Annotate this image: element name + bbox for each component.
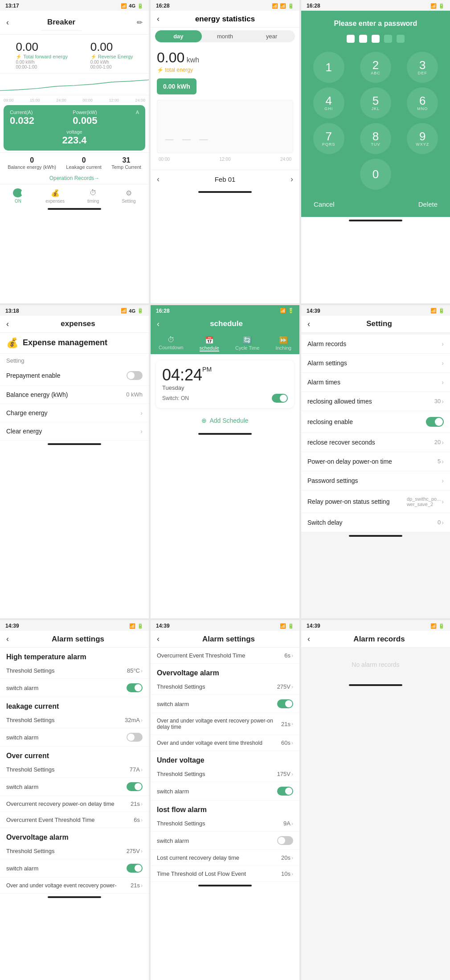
nav-timing[interactable]: ⏱ timing [87, 188, 99, 204]
voltage-recovery-row[interactable]: Over and under voltage event recovery po… [0, 878, 149, 894]
voltage-event-threshold-row[interactable]: Over and under voltage event time thresh… [151, 735, 299, 751]
nav-expenses[interactable]: 💰 expenses [45, 188, 65, 204]
prev-date-btn[interactable]: ‹ [157, 175, 160, 184]
back-arrow-1[interactable]: ‹ [6, 18, 9, 27]
stats-chart-area [157, 100, 293, 153]
key-8[interactable]: 8TUV [360, 123, 391, 154]
password-settings-row[interactable]: Password settings › [301, 471, 450, 490]
home-indicator-2 [198, 191, 252, 193]
reverse-val: 0.00 [90, 40, 133, 54]
overvoltage-toggle-7[interactable] [127, 864, 143, 873]
back-arrow-7[interactable]: ‹ [6, 634, 9, 644]
leakage-toggle[interactable] [127, 733, 143, 742]
schedule-toggle[interactable] [272, 394, 288, 403]
overcurrent-recovery-row[interactable]: Overcurrent recovery power-on delay time… [0, 796, 149, 812]
tab-countdown[interactable]: ⏱ Countdown [159, 336, 184, 351]
inching-icon: ⏩ [279, 336, 288, 344]
back-arrow-4[interactable]: ‹ [6, 319, 9, 329]
key-9[interactable]: 9WXYZ [407, 123, 438, 154]
back-arrow-6[interactable]: ‹ [307, 319, 310, 329]
next-date-btn[interactable]: › [290, 175, 293, 184]
tab-cycle[interactable]: 🔄 Cycle Time [235, 336, 259, 351]
energy-bar: 0.00 kWh [157, 78, 196, 94]
key-5[interactable]: 5JKL [360, 87, 391, 118]
edit-icon-1[interactable]: ✏ [137, 18, 143, 27]
back-arrow-9[interactable]: ‹ [307, 634, 310, 644]
status-icons-2: 📶 📶 🔋 [272, 3, 294, 9]
home-indicator-4 [48, 443, 101, 445]
tab-month[interactable]: month [202, 30, 249, 42]
relay-poweron-row[interactable]: Relay power-on status setting dp_swithc_… [301, 490, 450, 513]
key-6[interactable]: 6MNO [407, 87, 438, 118]
key-4[interactable]: 4GHI [313, 87, 344, 118]
setting-title: Setting [366, 319, 392, 328]
password-dots [307, 35, 444, 43]
status-icons-4: 📶 4G 🔋 [121, 308, 143, 314]
nav-setting[interactable]: ⚙ Setting [122, 188, 135, 204]
overcurrent-event-row[interactable]: Overcurrent Event Threshold Time 6s› [0, 812, 149, 828]
undervoltage-toggle[interactable] [277, 787, 293, 796]
nav-bar-expense: ‹ expenses [0, 316, 149, 333]
total-forward-energy: 0.00 ⚡ Total forward energy 0.00 kWh00:0… [16, 40, 68, 69]
password-actions: Cancel Delete [307, 196, 444, 208]
nav-on[interactable]: ON [13, 188, 23, 204]
bottom-nav: ON 💰 expenses ⏱ timing ⚙ Setting [0, 184, 149, 205]
overcurrent-event-row-8[interactable]: Overcurrent Event Threshold Time 6s› [151, 648, 299, 664]
add-schedule-btn[interactable]: ⊕ Add Schedule [151, 417, 299, 424]
status-bar-7: 14:39 📶 🔋 [0, 620, 149, 631]
overcurrent-threshold[interactable]: Threshold Settings 77A› [0, 762, 149, 778]
expense-icon: 💰 [6, 337, 18, 349]
leakage-threshold[interactable]: Threshold Settings 32mA› [0, 712, 149, 728]
forward-label: ⚡ Total forward energy [16, 54, 68, 60]
tab-inching[interactable]: ⏩ Inching [275, 336, 291, 351]
key-3[interactable]: 3DEF [407, 52, 438, 83]
back-arrow-8[interactable]: ‹ [157, 634, 160, 644]
clear-energy-row[interactable]: Clear energy › [0, 422, 149, 441]
key-0[interactable]: 0 [360, 159, 391, 190]
alarm-records-title: Alarm records [353, 635, 405, 644]
charge-energy-row[interactable]: Charge energy › [0, 404, 149, 422]
high-temp-threshold[interactable]: Threshold Settings 85°C› [0, 663, 149, 679]
alarm-records-chevron: › [442, 340, 444, 347]
reclosing-toggle[interactable] [426, 417, 444, 427]
reclose-recover-row[interactable]: reclose recover seconds 20› [301, 433, 450, 452]
alarm-times-row[interactable]: Alarm times › [301, 373, 450, 392]
overcurrent-toggle[interactable] [127, 782, 143, 791]
home-indicator-8 [198, 885, 252, 886]
reclosing-allowed-row[interactable]: reclosing allowed times 30› [301, 392, 450, 411]
overvoltage-threshold-7[interactable]: Threshold Settings 275V› [0, 843, 149, 859]
tab-day[interactable]: day [155, 30, 202, 42]
key-7[interactable]: 7PQRS [313, 123, 344, 154]
lostflow-time-threshold-row[interactable]: Time Threshold of Lost Flow Event 10s› [151, 866, 299, 882]
lostflow-toggle[interactable] [277, 836, 293, 845]
key-1[interactable]: 1 [313, 52, 344, 83]
undervoltage-threshold[interactable]: Threshold Settings 175V› [151, 766, 299, 782]
cancel-btn[interactable]: Cancel [314, 200, 335, 208]
status-bar-5: 16:28 📶 🔋 [151, 305, 299, 316]
alarm-records-row[interactable]: Alarm records › [301, 335, 450, 354]
switch-delay-row[interactable]: Switch delay 0› [301, 513, 450, 532]
schedule-day: Tuesday [162, 384, 288, 391]
screen-energy-stats: 16:28 📶 📶 🔋 ‹ energy statistics day mont… [151, 0, 299, 303]
tab-year[interactable]: year [248, 30, 295, 42]
prepayment-toggle[interactable] [127, 371, 143, 380]
poweron-delay-row[interactable]: Power-on delay power-on time 5› [301, 452, 450, 471]
key-2[interactable]: 2ABC [360, 52, 391, 83]
lost-current-recovery-row[interactable]: Lost current recovery delay time 20s› [151, 850, 299, 866]
tab-schedule[interactable]: 📅 schedule [200, 336, 219, 351]
high-temp-toggle[interactable] [127, 683, 143, 692]
back-arrow-5[interactable]: ‹ [157, 319, 160, 329]
voltage-recovery-row-8[interactable]: Over and under voltage event recovery po… [151, 713, 299, 735]
alarm-settings-title-8: Alarm settings [202, 635, 255, 644]
delete-btn[interactable]: Delete [418, 200, 438, 208]
operation-records[interactable]: Operation Records→ [0, 173, 149, 184]
charge-chevron: › [140, 409, 143, 416]
undervoltage-switch: switch alarm [151, 782, 299, 800]
back-arrow-2[interactable]: ‹ [157, 14, 160, 24]
alarm-settings-row[interactable]: Alarm settings › [301, 354, 450, 373]
overvoltage-threshold-8[interactable]: Threshold Settings 275V› [151, 679, 299, 695]
schedule-entry: 04:24PM Tuesday Switch: ON [156, 360, 294, 408]
overvoltage-toggle-8[interactable] [277, 699, 293, 708]
lostflow-threshold[interactable]: Threshold Settings 9A› [151, 816, 299, 832]
overvoltage-title-7: Overvoltage alarm [0, 828, 149, 843]
